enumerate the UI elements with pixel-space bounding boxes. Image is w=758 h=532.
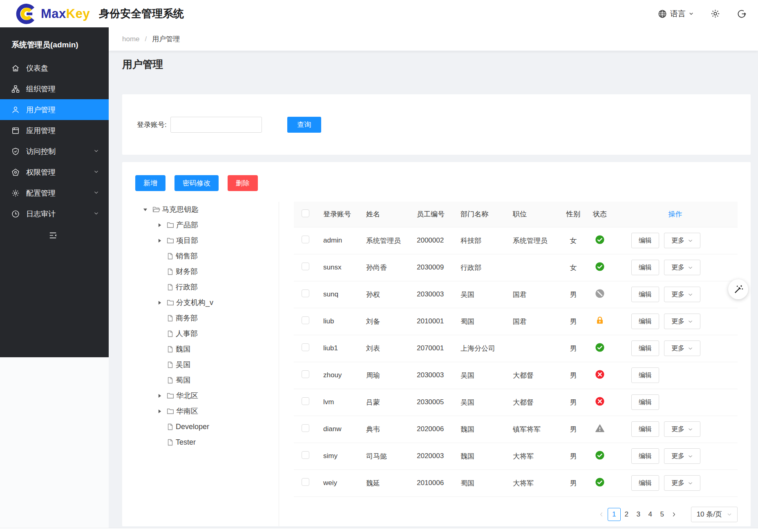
status-closed-icon — [595, 396, 605, 406]
tree-node[interactable]: 马克思钥匙 — [122, 202, 279, 217]
cell-employee_id: 2030003 — [413, 362, 457, 389]
page-button-3[interactable]: 3 — [633, 508, 644, 521]
more-button[interactable]: 更多 — [664, 341, 700, 356]
more-button[interactable]: 更多 — [664, 448, 700, 464]
caret-right-icon[interactable] — [155, 238, 163, 243]
cell-employee_id: 2020006 — [413, 416, 457, 443]
cell-actions: 编辑更多 — [613, 254, 738, 281]
more-button[interactable]: 更多 — [664, 314, 700, 329]
language-switcher[interactable]: 语言 — [657, 9, 694, 19]
edit-button[interactable]: 编辑 — [631, 448, 659, 464]
edit-button[interactable]: 编辑 — [631, 233, 659, 248]
tree-node[interactable]: 行政部 — [122, 279, 279, 295]
row-checkbox-cell — [294, 443, 320, 470]
table-row: lvm吕蒙2030005吴国大都督男编辑 — [294, 389, 738, 416]
cell-gender: 男 — [560, 416, 587, 443]
page-button-4[interactable]: 4 — [644, 508, 656, 521]
chevron-down-icon — [688, 265, 693, 270]
edit-button[interactable]: 编辑 — [631, 314, 659, 329]
more-button[interactable]: 更多 — [664, 233, 700, 248]
tree-node[interactable]: 项目部 — [122, 233, 279, 248]
magic-wand-floating-button[interactable] — [728, 279, 748, 299]
tree-node[interactable]: Developer — [122, 419, 279, 434]
tree-node[interactable]: 人事部 — [122, 326, 279, 341]
add-button[interactable]: 新增 — [135, 175, 165, 191]
breadcrumb-home-link[interactable]: home — [122, 35, 140, 43]
more-button[interactable]: 更多 — [664, 287, 700, 302]
change-password-button[interactable]: 密码修改 — [174, 175, 219, 191]
delete-button[interactable]: 删除 — [228, 175, 258, 191]
sidebar-item-audit[interactable]: 日志审计 — [0, 203, 109, 224]
row-checkbox-cell — [294, 470, 320, 496]
caret-right-icon[interactable] — [155, 223, 163, 228]
sidebar-collapse-button[interactable] — [48, 231, 58, 240]
header-checkbox-cell[interactable] — [294, 202, 320, 227]
settings-button[interactable] — [710, 9, 720, 19]
edit-button[interactable]: 编辑 — [631, 421, 659, 437]
cell-position: 大将军 — [509, 443, 560, 470]
row-checkbox[interactable] — [302, 478, 309, 486]
tree-node[interactable]: Tester — [122, 434, 279, 450]
edit-button[interactable]: 编辑 — [631, 394, 659, 410]
row-checkbox[interactable] — [302, 370, 309, 378]
login-account-input[interactable] — [170, 117, 262, 133]
row-checkbox[interactable] — [302, 451, 309, 459]
page-button-1[interactable]: 1 — [608, 508, 621, 521]
row-checkbox-cell — [294, 281, 320, 308]
tree-node[interactable]: 蜀国 — [122, 372, 279, 388]
row-checkbox[interactable] — [302, 289, 309, 297]
edit-button[interactable]: 编辑 — [631, 475, 659, 491]
sidebar-item-config[interactable]: 配置管理 — [0, 183, 109, 203]
sidebar-item-dashboard[interactable]: 仪表盘 — [0, 58, 109, 78]
cell-employee_id: 2020003 — [413, 443, 457, 470]
sidebar-item-app[interactable]: 应用管理 — [0, 120, 109, 141]
row-checkbox[interactable] — [302, 236, 309, 243]
row-checkbox[interactable] — [302, 424, 309, 432]
logout-button[interactable] — [737, 9, 747, 19]
sidebar-item-user[interactable]: 用户管理 — [0, 99, 109, 120]
page-button-5[interactable]: 5 — [656, 508, 668, 521]
status-disabled-icon — [595, 289, 605, 298]
previous-page-button[interactable] — [596, 508, 608, 521]
language-label: 语言 — [670, 9, 686, 19]
next-page-button[interactable] — [668, 508, 680, 521]
edit-button[interactable]: 编辑 — [631, 341, 659, 356]
tree-node[interactable]: 分支机构_v — [122, 295, 279, 310]
tree-node[interactable]: 销售部 — [122, 248, 279, 264]
tree-node[interactable]: 魏国 — [122, 341, 279, 357]
edit-button[interactable]: 编辑 — [631, 367, 659, 383]
cell-employee_id: 2010001 — [413, 308, 457, 335]
edit-button[interactable]: 编辑 — [631, 287, 659, 302]
sidebar-item-access[interactable]: 访问控制 — [0, 141, 109, 162]
more-button[interactable]: 更多 — [664, 475, 700, 491]
tree-node[interactable]: 华北区 — [122, 388, 279, 403]
row-checkbox[interactable] — [302, 343, 309, 351]
tree-node[interactable]: 商务部 — [122, 310, 279, 326]
brand-name: MaxKey — [41, 7, 90, 21]
more-button[interactable]: 更多 — [664, 421, 700, 437]
more-button[interactable]: 更多 — [664, 260, 700, 275]
cell-account: simy — [320, 443, 362, 470]
caret-down-icon[interactable] — [141, 207, 149, 212]
caret-right-icon[interactable] — [155, 393, 163, 398]
page-button-2[interactable]: 2 — [621, 508, 633, 521]
row-checkbox[interactable] — [302, 397, 309, 405]
select-all-checkbox[interactable] — [302, 209, 309, 217]
tree-node[interactable]: 财务部 — [122, 264, 279, 279]
edit-button[interactable]: 编辑 — [631, 260, 659, 275]
tree-node[interactable]: 产品部 — [122, 217, 279, 233]
row-checkbox-cell — [294, 308, 320, 335]
row-checkbox[interactable] — [302, 263, 309, 270]
caret-right-icon[interactable] — [155, 409, 163, 414]
caret-right-icon[interactable] — [155, 300, 163, 305]
query-button[interactable]: 查询 — [287, 117, 321, 133]
sidebar-item-permission[interactable]: 权限管理 — [0, 162, 109, 183]
user-table: 登录账号姓名员工编号部门名称职位性别状态操作 admin系统管理员2000002… — [294, 202, 738, 497]
tree-node[interactable]: 华南区 — [122, 403, 279, 419]
row-checkbox[interactable] — [302, 316, 309, 324]
cell-actions: 编辑 — [613, 362, 738, 389]
tree-node[interactable]: 吴国 — [122, 357, 279, 372]
page-size-select[interactable]: 10 条/页 — [691, 507, 738, 522]
sidebar-item-org[interactable]: 组织管理 — [0, 78, 109, 99]
table-row: liub1刘表2070001上海分公司男编辑更多 — [294, 335, 738, 362]
